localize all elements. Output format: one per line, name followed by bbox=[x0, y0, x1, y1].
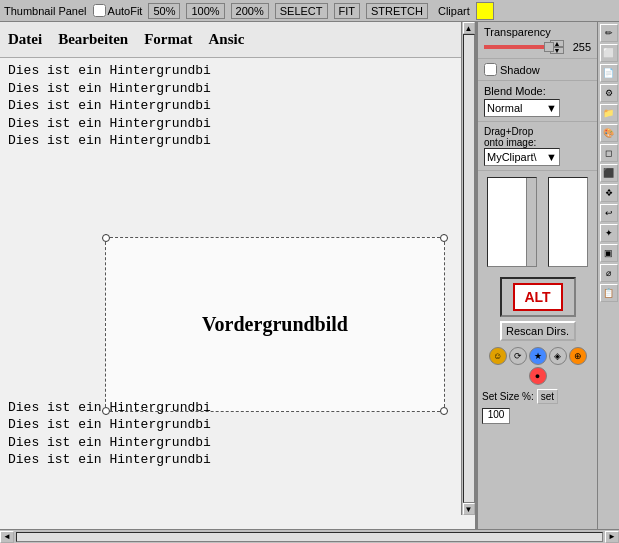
floating-image[interactable]: Vordergrundbild bbox=[105, 237, 445, 412]
set-size-button[interactable]: set bbox=[537, 389, 558, 404]
shadow-label: Shadow bbox=[500, 64, 540, 76]
strip-btn-circle[interactable]: ⌀ bbox=[600, 264, 618, 282]
scroll-down-button[interactable]: ▼ bbox=[463, 503, 475, 515]
autofit-input[interactable] bbox=[93, 4, 106, 17]
rescan-button[interactable]: Rescan Dirs. bbox=[500, 321, 576, 341]
autofit-checkbox[interactable]: AutoFit bbox=[93, 4, 143, 17]
zoom-50-button[interactable]: 50% bbox=[148, 3, 180, 19]
drag-drop-label: Drag+Drop bbox=[484, 126, 591, 137]
strip-btn-grid[interactable]: ▣ bbox=[600, 244, 618, 262]
dropdown-arrow-icon: ▼ bbox=[546, 151, 557, 163]
text-line: Dies ist ein Hintergrundbi bbox=[8, 399, 211, 417]
menu-bar: Datei Bearbeiten Format Ansic bbox=[0, 22, 475, 58]
color-btn-blue[interactable]: ★ bbox=[529, 347, 547, 365]
scroll-up-button[interactable]: ▲ bbox=[463, 22, 475, 34]
text-line: Dies ist ein Hintergrundbi bbox=[8, 132, 467, 150]
text-line: Dies ist ein Hintergrundbi bbox=[8, 62, 467, 80]
scroll-track-horizontal[interactable] bbox=[16, 532, 603, 542]
transparency-section: Transparency ▲ ▼ 255 bbox=[478, 22, 597, 59]
strip-btn-gear[interactable]: ⚙ bbox=[600, 84, 618, 102]
scroll-right-button[interactable]: ► bbox=[605, 531, 619, 543]
preview-box-right bbox=[548, 177, 588, 267]
text-line: Dies ist ein Hintergrundbi bbox=[8, 434, 211, 452]
slider-thumb[interactable] bbox=[544, 42, 554, 52]
floating-image-label: Vordergrundbild bbox=[202, 313, 348, 336]
stretch-button[interactable]: STRETCH bbox=[366, 3, 428, 19]
zoom-100-button[interactable]: 100% bbox=[186, 3, 224, 19]
image-preview: ALT bbox=[500, 277, 576, 317]
scroll-track[interactable] bbox=[463, 34, 475, 503]
canvas-area[interactable]: Datei Bearbeiten Format Ansic Dies ist e… bbox=[0, 22, 477, 529]
zoom-200-button[interactable]: 200% bbox=[231, 3, 269, 19]
transparency-value: 255 bbox=[567, 41, 591, 53]
color-btn-gray1[interactable]: ⟳ bbox=[509, 347, 527, 365]
text-line: Dies ist ein Hintergrundbi bbox=[8, 416, 211, 434]
color-btn-orange2[interactable]: ⊕ bbox=[569, 347, 587, 365]
set-size-value: 100 bbox=[488, 409, 505, 420]
text-line: Dies ist ein Hintergrundbi bbox=[8, 80, 467, 98]
strip-btn-star[interactable]: ✦ bbox=[600, 224, 618, 242]
text-line: Dies ist ein Hintergrundbi bbox=[8, 115, 467, 133]
strip-btn-undo[interactable]: ↩ bbox=[600, 204, 618, 222]
strip-btn-doc[interactable]: 📄 bbox=[600, 64, 618, 82]
alt-badge: ALT bbox=[513, 283, 563, 311]
preview-area bbox=[478, 171, 597, 273]
handle-br[interactable] bbox=[440, 407, 448, 415]
clipart-label: Clipart bbox=[438, 5, 470, 17]
text-line: Dies ist ein Hintergrundbi bbox=[8, 451, 211, 469]
strip-btn-filled[interactable]: ⬛ bbox=[600, 164, 618, 182]
drag-drop-section: Drag+Drop onto image: MyClipart\ ▼ bbox=[478, 122, 597, 171]
text-content: Dies ist ein Hintergrundbi Dies ist ein … bbox=[0, 58, 475, 154]
strip-btn-diamond[interactable]: ❖ bbox=[600, 184, 618, 202]
strip-btn-clip[interactable]: 📋 bbox=[600, 284, 618, 302]
blend-mode-label: Blend Mode: bbox=[484, 85, 591, 97]
blend-mode-value: Normal bbox=[487, 102, 522, 114]
set-size-row: Set Size %: set bbox=[478, 387, 597, 406]
main-area: Datei Bearbeiten Format Ansic Dies ist e… bbox=[0, 22, 619, 543]
set-size-label: Set Size %: bbox=[482, 391, 534, 402]
handle-tl[interactable] bbox=[102, 234, 110, 242]
folder-dropdown[interactable]: MyClipart\ ▼ bbox=[484, 148, 560, 166]
color-buttons-row: ☺ ⟳ ★ ◈ ⊕ ● bbox=[478, 345, 597, 387]
fit-button[interactable]: FIT bbox=[334, 3, 361, 19]
color-btn-red[interactable]: ● bbox=[529, 367, 547, 385]
shadow-section: Shadow bbox=[478, 59, 597, 81]
strip-btn-pencil[interactable]: ✏ bbox=[600, 24, 618, 42]
clipart-strip: ✏ ⬜ 📄 ⚙ 📁 🎨 ◻ ⬛ ❖ ↩ ✦ ▣ ⌀ 📋 bbox=[597, 22, 619, 529]
scroll-left-button[interactable]: ◄ bbox=[0, 531, 14, 543]
menu-bearbeiten[interactable]: Bearbeiten bbox=[58, 31, 128, 48]
select-button[interactable]: SELECT bbox=[275, 3, 328, 19]
transparency-row: ▲ ▼ 255 bbox=[484, 40, 591, 54]
menu-format[interactable]: Format bbox=[144, 31, 192, 48]
shadow-checkbox-row: Shadow bbox=[484, 63, 591, 76]
text-content-lower: Dies ist ein Hintergrundbi Dies ist ein … bbox=[8, 399, 211, 469]
onto-image-label: onto image: bbox=[484, 137, 591, 148]
blend-mode-section: Blend Mode: Normal ▼ bbox=[478, 81, 597, 122]
dropdown-value: MyClipart\ bbox=[487, 151, 537, 163]
preview-scrollbar[interactable] bbox=[526, 178, 536, 266]
menu-datei[interactable]: Datei bbox=[8, 31, 42, 48]
select-arrow-icon: ▼ bbox=[546, 102, 557, 114]
horizontal-scrollbar[interactable]: ◄ ► bbox=[0, 529, 619, 543]
menu-ansicht[interactable]: Ansic bbox=[208, 31, 244, 48]
color-btn-gray2[interactable]: ◈ bbox=[549, 347, 567, 365]
color-btn-orange[interactable]: ☺ bbox=[489, 347, 507, 365]
thumbnail-panel-label: Thumbnail Panel bbox=[4, 5, 87, 17]
transparency-slider[interactable] bbox=[484, 40, 547, 54]
image-preview-section: ALT Rescan Dirs. bbox=[478, 273, 597, 345]
slider-track bbox=[484, 45, 547, 49]
set-size-input[interactable]: 100 bbox=[482, 408, 510, 424]
strip-btn-rect[interactable]: ⬜ bbox=[600, 44, 618, 62]
strip-btn-folder[interactable]: 📁 bbox=[600, 104, 618, 122]
blend-mode-select[interactable]: Normal ▼ bbox=[484, 99, 560, 117]
vertical-scrollbar[interactable]: ▲ ▼ bbox=[461, 22, 475, 515]
text-line: Dies ist ein Hintergrundbi bbox=[8, 97, 467, 115]
autofit-label: AutoFit bbox=[108, 5, 143, 17]
transparency-label: Transparency bbox=[484, 26, 591, 38]
strip-btn-palette[interactable]: 🎨 bbox=[600, 124, 618, 142]
shadow-checkbox[interactable] bbox=[484, 63, 497, 76]
handle-tr[interactable] bbox=[440, 234, 448, 242]
strip-btn-empty[interactable]: ◻ bbox=[600, 144, 618, 162]
toolbar: Thumbnail Panel AutoFit 50% 100% 200% SE… bbox=[0, 0, 619, 22]
set-size-input-row: 100 bbox=[478, 406, 597, 426]
